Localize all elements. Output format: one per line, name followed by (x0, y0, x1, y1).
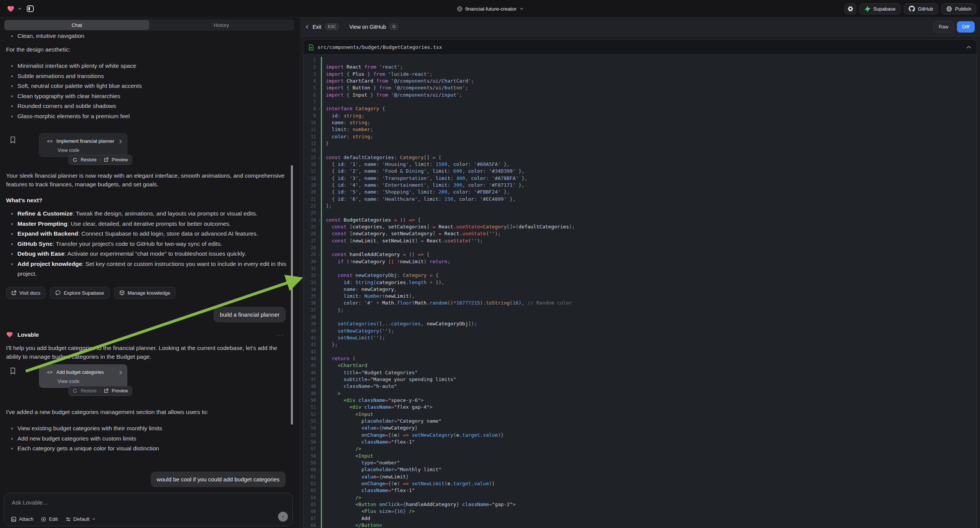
version-title: Implement financial planner (56, 137, 116, 146)
fold-chevron-icon[interactable]: ⌄ (318, 216, 320, 223)
code-line: id: String(categories.length + 1), (321, 279, 977, 286)
design-heading: For the design aesthetic: (6, 45, 291, 54)
version-card-implement-financial-planner[interactable]: <> Implement financial planner View code (39, 133, 127, 157)
list-item: Rounded corners and subtle shadows (6, 101, 291, 111)
message-options-button[interactable]: ··· (276, 330, 284, 339)
code-line: /> (321, 494, 977, 501)
code-line: name: newCategory, (321, 286, 977, 293)
project-switcher[interactable]: financial-future-creator (457, 0, 523, 17)
chat-scroll-area[interactable]: Clean, intuitive navigation For the desi… (0, 34, 299, 492)
visit-docs-button[interactable]: Visit docs (6, 287, 45, 299)
line-number: 48 (304, 383, 321, 390)
line-number: 28 (304, 244, 321, 251)
manage-knowledge-button[interactable]: Manage knowledge (114, 287, 176, 299)
line-number: 34 (304, 286, 321, 293)
explore-supabase-button[interactable]: Explore Supabase (50, 287, 109, 299)
code-view-header: Exit ESC View on GitHub G Raw Diff (300, 17, 980, 37)
line-number: 67 (304, 515, 321, 522)
settings-button[interactable] (845, 3, 856, 14)
line-number: 32⌄ (304, 272, 321, 279)
code-line: value={newCategory} (321, 425, 977, 431)
code-line: onChange={(e) => setNewCategory(e.target… (321, 432, 977, 439)
ask-lovable-input[interactable] (12, 498, 285, 507)
sliders-icon (65, 517, 71, 522)
preview-button[interactable]: Preview (112, 156, 128, 164)
code-line: interface Category { (321, 105, 977, 112)
raw-toggle-button[interactable]: Raw (934, 21, 954, 33)
file-card: src/components/budget/BudgetCategories.t… (303, 40, 977, 528)
edit-label: Edit (49, 516, 57, 522)
line-number: 10 (304, 119, 321, 126)
added-paragraph: I've added a new budget categories manag… (6, 407, 291, 416)
line-number: 41 (304, 334, 321, 341)
chevron-right-icon (119, 139, 123, 143)
restore-button[interactable]: Restore (81, 156, 97, 164)
fold-chevron-icon[interactable]: ⌄ (318, 272, 320, 278)
exit-button[interactable]: Exit (312, 24, 321, 30)
ready-paragraph: Your sleek financial planner is now read… (6, 171, 291, 189)
attach-button[interactable]: Attach (11, 516, 33, 522)
fold-chevron-icon[interactable]: ⌄ (318, 105, 320, 112)
line-number: 57 (304, 445, 321, 452)
diff-toggle-button[interactable]: Diff (957, 21, 975, 33)
line-number: 36 (304, 300, 321, 307)
divider (100, 388, 100, 394)
lovable-logo-icon[interactable] (7, 5, 15, 13)
sidebar-toggle-button[interactable] (25, 3, 36, 14)
line-number: 35 (304, 293, 321, 300)
code-line: subtitle="Manage your spending limits" (321, 376, 977, 383)
chevron-left-icon[interactable] (305, 25, 309, 29)
bookmark-icon[interactable] (10, 367, 16, 375)
line-number: 29⌄ (304, 251, 321, 258)
view-code-link[interactable]: View code (57, 146, 79, 155)
mode-select[interactable]: Default (65, 516, 96, 522)
mode-label: Default (73, 516, 90, 522)
code-line: onChange={(e) => setNewLimit(e.target.va… (321, 480, 977, 487)
line-number: 4 (304, 78, 321, 84)
line-number: 11 (304, 126, 321, 133)
line-number: 60 (304, 466, 321, 473)
chat-scrollbar[interactable] (291, 165, 293, 425)
restore-button[interactable]: Restore (81, 387, 97, 396)
edit-button[interactable]: Edit (41, 516, 57, 522)
github-button[interactable]: GitHub (904, 3, 938, 14)
code-line: placeholder="Monthly limit" (321, 466, 977, 473)
fold-chevron-icon[interactable]: ⌄ (318, 251, 320, 258)
line-number: 5 (304, 84, 321, 91)
target-icon (41, 517, 46, 522)
chevron-down-icon[interactable] (18, 7, 22, 11)
chevron-up-icon[interactable] (966, 45, 971, 49)
gear-icon (847, 6, 853, 12)
project-name: financial-future-creator (465, 6, 516, 12)
attach-label: Attach (19, 516, 33, 522)
code-line: { id: '4', name: 'Entertainment', limit:… (321, 182, 977, 189)
lovable-heart-icon (6, 331, 13, 338)
tab-history[interactable]: History (149, 20, 294, 30)
code-editor[interactable]: 12import React from 'react';3import { Pl… (304, 55, 977, 528)
code-line: const handleAddCategory = () => { (321, 251, 977, 258)
view-on-github-button[interactable]: View on GitHub (349, 24, 386, 30)
preview-button[interactable]: Preview (112, 387, 128, 396)
fold-chevron-icon[interactable]: ⌄ (318, 154, 320, 161)
chat-panel: Chat History Clean, intuitive navigation… (0, 17, 300, 528)
line-number: 44 (304, 355, 321, 362)
send-button[interactable]: ↑ (278, 512, 288, 522)
bookmark-icon[interactable] (10, 136, 16, 143)
version-card-add-budget-categories[interactable]: <> Add budget categories View code (39, 364, 127, 388)
tab-chat[interactable]: Chat (5, 20, 149, 30)
code-line: <Input (321, 453, 977, 460)
publish-button[interactable]: Publish (941, 3, 976, 14)
external-link-icon (11, 291, 16, 296)
supabase-button[interactable]: Supabase (859, 3, 900, 14)
code-line: import { Button } from '@/components/ui/… (321, 84, 977, 91)
code-line (321, 210, 977, 216)
code-line: { id: '6', name: 'Healthcare', limit: 15… (321, 196, 977, 203)
file-header[interactable]: src/components/budget/BudgetCategories.t… (304, 40, 977, 55)
code-line: </Button> (321, 522, 977, 528)
file-path: src/components/budget/BudgetCategories.t… (317, 44, 442, 50)
list-item: Expand with Backend: Connect Supabase to… (6, 229, 291, 239)
line-number: 47 (304, 376, 321, 383)
line-number: 25 (304, 223, 321, 230)
view-code-link[interactable]: View code (57, 377, 79, 386)
chevron-down-icon (520, 7, 523, 11)
